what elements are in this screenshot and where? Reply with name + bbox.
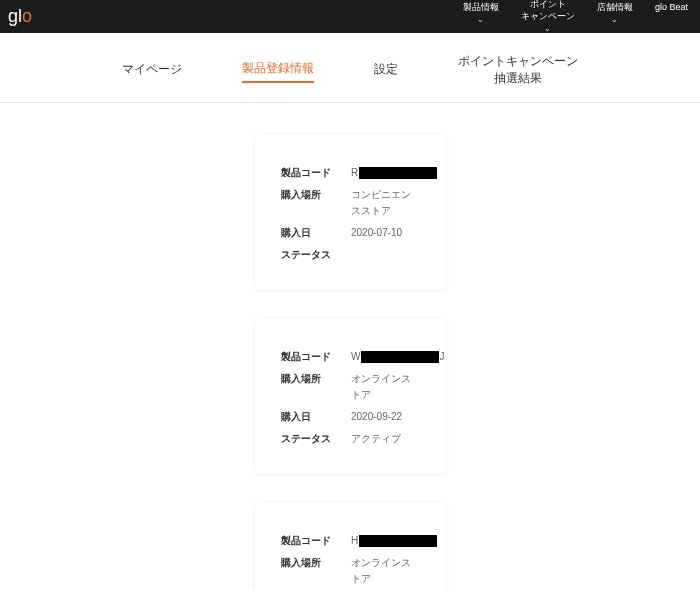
tab-lottery-label-1: ポイントキャンペーン <box>458 53 578 70</box>
primary-nav: 製品情報 ⌄ ポイント キャンペーン ⌄ 店舗情報 ⌄ glo Beat <box>463 0 688 34</box>
product-card: 製品コード WJ 購入場所 オンラインストア 購入日 2020-09-22 ステ… <box>255 319 445 473</box>
label-code: 製品コード <box>281 349 351 365</box>
chevron-down-icon: ⌄ <box>477 15 484 25</box>
logo-o: o <box>22 6 32 27</box>
nav-products-label: 製品情報 <box>463 2 499 14</box>
label-place: 購入場所 <box>281 187 351 219</box>
value-code: H <box>351 533 437 549</box>
chevron-down-icon: ⌄ <box>544 24 551 34</box>
code-prefix: H <box>351 533 358 549</box>
label-status: ステータス <box>281 247 351 263</box>
value-code: R <box>351 165 437 181</box>
value-date: 2020-07-10 <box>351 225 419 241</box>
redacted-mask <box>361 351 439 363</box>
logo-g: g <box>8 6 18 27</box>
label-status: ステータス <box>281 431 351 447</box>
redacted-mask <box>359 167 437 179</box>
label-code: 製品コード <box>281 165 351 181</box>
code-prefix: W <box>351 349 360 365</box>
nav-products[interactable]: 製品情報 ⌄ <box>463 0 499 25</box>
chevron-down-icon: ⌄ <box>611 15 618 25</box>
nav-points-label-2: キャンペーン <box>521 11 575 23</box>
product-list: 製品コード R 購入場所 コンビニエンスストア 購入日 2020-07-10 ス… <box>0 103 700 590</box>
label-date: 購入日 <box>281 409 351 425</box>
tab-mypage[interactable]: マイページ <box>122 61 182 82</box>
nav-stores[interactable]: 店舗情報 ⌄ <box>597 0 633 25</box>
label-code: 製品コード <box>281 533 351 549</box>
product-card: 製品コード R 購入場所 コンビニエンスストア 購入日 2020-07-10 ス… <box>255 135 445 289</box>
account-tabs: マイページ 製品登録情報 設定 ポイントキャンペーン 抽選結果 <box>0 33 700 103</box>
value-place: オンラインストア <box>351 371 419 403</box>
value-place: コンビニエンスストア <box>351 187 419 219</box>
code-prefix: R <box>351 165 358 181</box>
value-code: WJ <box>351 349 444 365</box>
label-place: 購入場所 <box>281 555 351 587</box>
label-place: 購入場所 <box>281 371 351 403</box>
nav-beat[interactable]: glo Beat <box>655 0 688 14</box>
redacted-mask <box>359 535 437 547</box>
value-date: 2020-09-22 <box>351 409 419 425</box>
code-suffix: J <box>439 349 444 365</box>
value-place: オンラインストア <box>351 555 419 587</box>
brand-logo[interactable]: glo <box>8 6 32 27</box>
value-status <box>351 247 419 263</box>
label-date: 購入日 <box>281 225 351 241</box>
nav-points[interactable]: ポイント キャンペーン ⌄ <box>521 0 575 34</box>
tab-lottery-label-2: 抽選結果 <box>458 70 578 87</box>
value-status: アクティブ <box>351 431 419 447</box>
tab-lottery[interactable]: ポイントキャンペーン 抽選結果 <box>458 53 578 91</box>
tab-product-register[interactable]: 製品登録情報 <box>242 60 314 83</box>
nav-stores-label: 店舗情報 <box>597 2 633 14</box>
nav-points-label-1: ポイント <box>530 0 566 11</box>
nav-beat-label: glo Beat <box>655 2 688 14</box>
tab-settings[interactable]: 設定 <box>374 61 398 82</box>
product-card: 製品コード H 購入場所 オンラインストア 購入日 2020-09-17 ステー… <box>255 503 445 590</box>
top-nav: glo 製品情報 ⌄ ポイント キャンペーン ⌄ 店舗情報 ⌄ glo Beat <box>0 0 700 33</box>
